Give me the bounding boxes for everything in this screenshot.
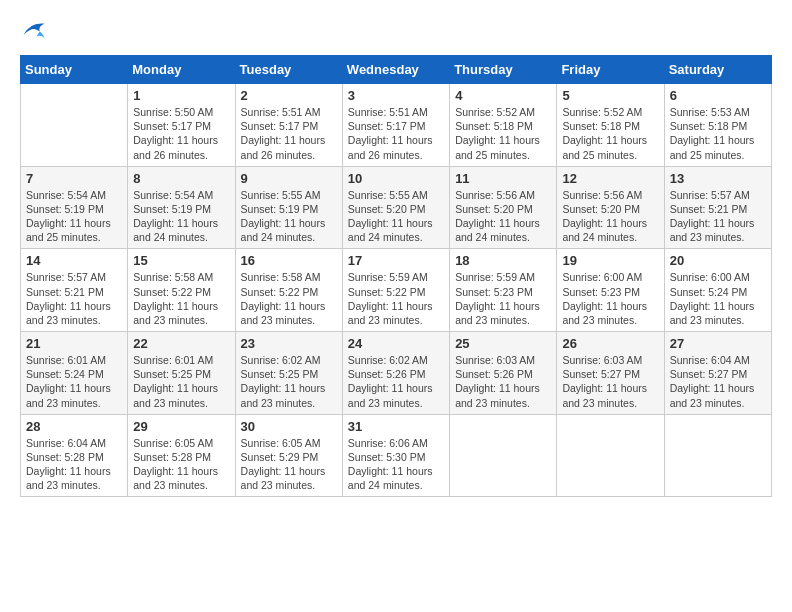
calendar-week-row: 14Sunrise: 5:57 AM Sunset: 5:21 PM Dayli… [21,249,772,332]
cell-content: Sunrise: 5:58 AM Sunset: 5:22 PM Dayligh… [241,270,337,327]
calendar-day-header: Tuesday [235,56,342,84]
day-number: 22 [133,336,229,351]
day-number: 31 [348,419,444,434]
cell-content: Sunrise: 5:50 AM Sunset: 5:17 PM Dayligh… [133,105,229,162]
day-number: 24 [348,336,444,351]
calendar-week-row: 7Sunrise: 5:54 AM Sunset: 5:19 PM Daylig… [21,166,772,249]
cell-content: Sunrise: 5:52 AM Sunset: 5:18 PM Dayligh… [562,105,658,162]
calendar-cell: 7Sunrise: 5:54 AM Sunset: 5:19 PM Daylig… [21,166,128,249]
calendar-cell: 29Sunrise: 6:05 AM Sunset: 5:28 PM Dayli… [128,414,235,497]
day-number: 2 [241,88,337,103]
calendar-cell: 13Sunrise: 5:57 AM Sunset: 5:21 PM Dayli… [664,166,771,249]
cell-content: Sunrise: 6:02 AM Sunset: 5:26 PM Dayligh… [348,353,444,410]
calendar-cell: 30Sunrise: 6:05 AM Sunset: 5:29 PM Dayli… [235,414,342,497]
calendar-cell: 8Sunrise: 5:54 AM Sunset: 5:19 PM Daylig… [128,166,235,249]
calendar-day-header: Wednesday [342,56,449,84]
calendar-cell: 24Sunrise: 6:02 AM Sunset: 5:26 PM Dayli… [342,332,449,415]
calendar-cell: 16Sunrise: 5:58 AM Sunset: 5:22 PM Dayli… [235,249,342,332]
cell-content: Sunrise: 6:04 AM Sunset: 5:27 PM Dayligh… [670,353,766,410]
day-number: 13 [670,171,766,186]
calendar-header-row: SundayMondayTuesdayWednesdayThursdayFrid… [21,56,772,84]
calendar-day-header: Monday [128,56,235,84]
calendar-day-header: Saturday [664,56,771,84]
day-number: 10 [348,171,444,186]
calendar-cell: 25Sunrise: 6:03 AM Sunset: 5:26 PM Dayli… [450,332,557,415]
calendar-cell: 22Sunrise: 6:01 AM Sunset: 5:25 PM Dayli… [128,332,235,415]
cell-content: Sunrise: 6:01 AM Sunset: 5:24 PM Dayligh… [26,353,122,410]
cell-content: Sunrise: 6:02 AM Sunset: 5:25 PM Dayligh… [241,353,337,410]
cell-content: Sunrise: 5:59 AM Sunset: 5:22 PM Dayligh… [348,270,444,327]
day-number: 18 [455,253,551,268]
cell-content: Sunrise: 5:56 AM Sunset: 5:20 PM Dayligh… [562,188,658,245]
calendar-cell: 26Sunrise: 6:03 AM Sunset: 5:27 PM Dayli… [557,332,664,415]
day-number: 30 [241,419,337,434]
calendar-cell: 14Sunrise: 5:57 AM Sunset: 5:21 PM Dayli… [21,249,128,332]
day-number: 3 [348,88,444,103]
calendar-cell: 12Sunrise: 5:56 AM Sunset: 5:20 PM Dayli… [557,166,664,249]
cell-content: Sunrise: 6:00 AM Sunset: 5:24 PM Dayligh… [670,270,766,327]
calendar-cell: 31Sunrise: 6:06 AM Sunset: 5:30 PM Dayli… [342,414,449,497]
calendar-day-header: Thursday [450,56,557,84]
day-number: 21 [26,336,122,351]
day-number: 26 [562,336,658,351]
calendar-cell: 2Sunrise: 5:51 AM Sunset: 5:17 PM Daylig… [235,84,342,167]
calendar-cell: 21Sunrise: 6:01 AM Sunset: 5:24 PM Dayli… [21,332,128,415]
cell-content: Sunrise: 5:52 AM Sunset: 5:18 PM Dayligh… [455,105,551,162]
calendar-week-row: 28Sunrise: 6:04 AM Sunset: 5:28 PM Dayli… [21,414,772,497]
cell-content: Sunrise: 5:51 AM Sunset: 5:17 PM Dayligh… [348,105,444,162]
calendar-cell: 20Sunrise: 6:00 AM Sunset: 5:24 PM Dayli… [664,249,771,332]
cell-content: Sunrise: 6:00 AM Sunset: 5:23 PM Dayligh… [562,270,658,327]
calendar-cell: 23Sunrise: 6:02 AM Sunset: 5:25 PM Dayli… [235,332,342,415]
calendar-cell: 17Sunrise: 5:59 AM Sunset: 5:22 PM Dayli… [342,249,449,332]
calendar-cell: 11Sunrise: 5:56 AM Sunset: 5:20 PM Dayli… [450,166,557,249]
day-number: 20 [670,253,766,268]
cell-content: Sunrise: 5:54 AM Sunset: 5:19 PM Dayligh… [26,188,122,245]
cell-content: Sunrise: 5:57 AM Sunset: 5:21 PM Dayligh… [670,188,766,245]
calendar-week-row: 21Sunrise: 6:01 AM Sunset: 5:24 PM Dayli… [21,332,772,415]
day-number: 23 [241,336,337,351]
calendar-cell: 19Sunrise: 6:00 AM Sunset: 5:23 PM Dayli… [557,249,664,332]
cell-content: Sunrise: 6:01 AM Sunset: 5:25 PM Dayligh… [133,353,229,410]
day-number: 16 [241,253,337,268]
calendar-cell [557,414,664,497]
calendar-cell: 4Sunrise: 5:52 AM Sunset: 5:18 PM Daylig… [450,84,557,167]
calendar-cell [664,414,771,497]
logo-text [20,20,46,45]
calendar-cell: 27Sunrise: 6:04 AM Sunset: 5:27 PM Dayli… [664,332,771,415]
day-number: 29 [133,419,229,434]
day-number: 5 [562,88,658,103]
logo [20,20,46,45]
calendar-cell: 1Sunrise: 5:50 AM Sunset: 5:17 PM Daylig… [128,84,235,167]
day-number: 28 [26,419,122,434]
calendar-week-row: 1Sunrise: 5:50 AM Sunset: 5:17 PM Daylig… [21,84,772,167]
calendar-day-header: Sunday [21,56,128,84]
cell-content: Sunrise: 5:57 AM Sunset: 5:21 PM Dayligh… [26,270,122,327]
calendar-cell [21,84,128,167]
day-number: 4 [455,88,551,103]
day-number: 15 [133,253,229,268]
cell-content: Sunrise: 6:06 AM Sunset: 5:30 PM Dayligh… [348,436,444,493]
calendar-cell: 5Sunrise: 5:52 AM Sunset: 5:18 PM Daylig… [557,84,664,167]
day-number: 27 [670,336,766,351]
day-number: 1 [133,88,229,103]
calendar-cell: 6Sunrise: 5:53 AM Sunset: 5:18 PM Daylig… [664,84,771,167]
calendar-cell: 18Sunrise: 5:59 AM Sunset: 5:23 PM Dayli… [450,249,557,332]
calendar-cell: 3Sunrise: 5:51 AM Sunset: 5:17 PM Daylig… [342,84,449,167]
day-number: 9 [241,171,337,186]
cell-content: Sunrise: 5:54 AM Sunset: 5:19 PM Dayligh… [133,188,229,245]
calendar-cell: 9Sunrise: 5:55 AM Sunset: 5:19 PM Daylig… [235,166,342,249]
day-number: 12 [562,171,658,186]
day-number: 11 [455,171,551,186]
day-number: 7 [26,171,122,186]
cell-content: Sunrise: 6:04 AM Sunset: 5:28 PM Dayligh… [26,436,122,493]
page-container: SundayMondayTuesdayWednesdayThursdayFrid… [20,20,772,497]
cell-content: Sunrise: 5:58 AM Sunset: 5:22 PM Dayligh… [133,270,229,327]
calendar-cell: 28Sunrise: 6:04 AM Sunset: 5:28 PM Dayli… [21,414,128,497]
calendar-cell [450,414,557,497]
calendar-day-header: Friday [557,56,664,84]
day-number: 8 [133,171,229,186]
cell-content: Sunrise: 5:56 AM Sunset: 5:20 PM Dayligh… [455,188,551,245]
cell-content: Sunrise: 5:55 AM Sunset: 5:20 PM Dayligh… [348,188,444,245]
calendar-cell: 15Sunrise: 5:58 AM Sunset: 5:22 PM Dayli… [128,249,235,332]
calendar-cell: 10Sunrise: 5:55 AM Sunset: 5:20 PM Dayli… [342,166,449,249]
